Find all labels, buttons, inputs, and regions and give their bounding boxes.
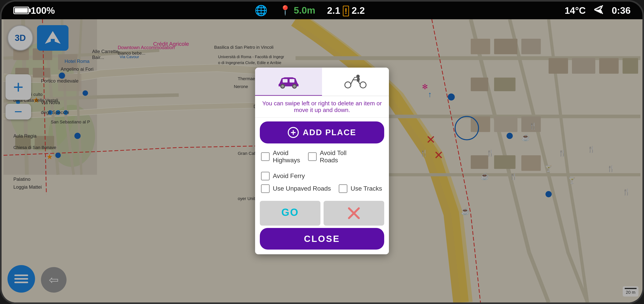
gps-indicator: 📍 5.0m [279,5,315,16]
avoid-highways-checkbox[interactable] [261,152,270,161]
svg-point-65 [345,82,351,88]
battery-percent: 100% [31,5,55,16]
avoid-highways-label: AvoidHighways [273,149,300,164]
action-buttons-row: GO [260,201,384,226]
close-button[interactable]: CLOSE [260,228,384,250]
battery-fill [15,8,28,13]
cancel-button[interactable] [324,201,384,226]
use-tracks-label: Use Tracks [350,185,382,192]
avoid-ferry-checkbox[interactable] [261,172,270,180]
status-left: 100% [14,5,55,16]
bike-mode-tab[interactable] [322,68,389,96]
unpaved-roads-option[interactable]: Use Unpaved Roads [261,184,331,193]
go-button[interactable]: GO [260,201,320,226]
use-tracks-option[interactable]: Use Tracks [339,184,382,193]
checkbox-row-1: AvoidHighways Avoid TollRoads Avoid Ferr… [261,149,383,180]
routing-modal: You can swipe left or right to delete an… [255,68,389,254]
unpaved-roads-checkbox[interactable] [261,184,270,193]
svg-rect-60 [290,79,294,83]
add-place-button[interactable]: + ADD PLACE [260,122,384,144]
motorbike-icon [344,74,367,89]
svg-point-62 [281,85,284,88]
avoid-toll-label: Avoid TollRoads [320,149,346,164]
car-mode-tab[interactable] [255,68,322,96]
map-background: ★ ★ ✕ ✕ ☕ ☕ ☕ 🍴 🍴 🍴 🍴 🍴 🍴 🍴 🍴 ↑ ✻ [2,19,642,303]
avoid-toll-option[interactable]: Avoid TollRoads [308,149,346,164]
use-tracks-checkbox[interactable] [339,184,348,193]
speed-display: 2.1 ! 2.2 [327,5,365,16]
svg-point-66 [360,82,366,88]
transport-mode-tabs [255,68,389,96]
cancel-icon [347,206,361,220]
status-right: 14°C ⮘ 0:36 [565,4,630,16]
status-bar: 100% 🌐 📍 5.0m 2.1 ! 2.2 14°C ⮘ 0:36 [2,1,642,19]
avoid-toll-checkbox[interactable] [308,152,317,161]
battery-icon: 100% [14,5,55,16]
svg-point-67 [356,75,360,78]
add-place-icon: + [288,127,299,138]
car-icon [277,73,300,89]
status-center: 🌐 📍 5.0m 2.1 ! 2.2 [255,4,365,16]
avoid-ferry-label: Avoid Ferry [273,172,305,180]
svg-point-64 [293,85,296,88]
phone-frame: 100% 🌐 📍 5.0m 2.1 ! 2.2 14°C ⮘ 0:36 [0,0,644,304]
battery-body [14,7,29,14]
avoid-highways-option[interactable]: AvoidHighways [261,149,300,164]
routing-options: AvoidHighways Avoid TollRoads Avoid Ferr… [255,147,389,199]
add-place-label: ADD PLACE [303,128,356,137]
time-display: 0:36 [612,5,630,16]
bluetooth-icon: ⮘ [594,4,604,16]
avoid-ferry-option[interactable]: Avoid Ferry [261,172,305,180]
globe-icon: 🌐 [255,4,268,16]
checkbox-row-2: Use Unpaved Roads Use Tracks [261,184,383,193]
temperature-display: 14°C [565,5,586,16]
swipe-hint: You can swipe left or right to delete an… [255,96,389,118]
unpaved-roads-label: Use Unpaved Roads [273,185,331,192]
svg-rect-59 [283,79,288,83]
